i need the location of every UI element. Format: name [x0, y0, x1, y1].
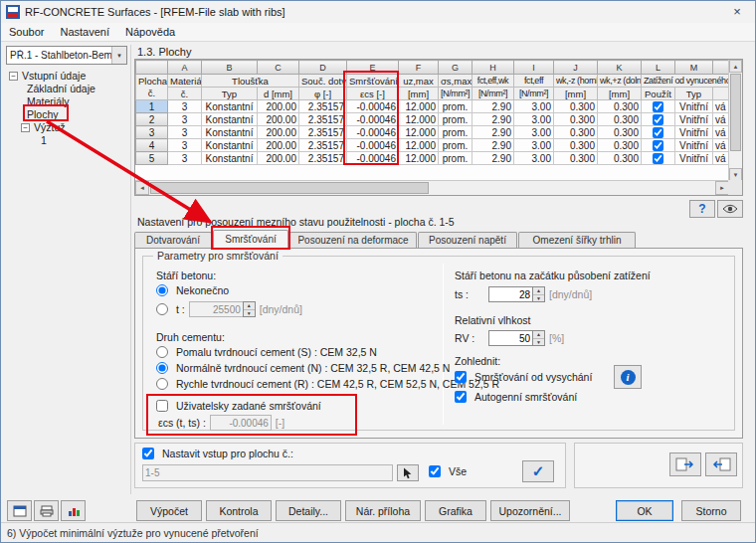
- cell-phi[interactable]: 2.35157: [299, 139, 347, 152]
- cell-uz[interactable]: 12.000: [399, 139, 439, 152]
- spin-down-icon[interactable]: ▼: [244, 310, 255, 317]
- cement-s-radio[interactable]: [156, 346, 168, 358]
- cell-eps[interactable]: -0.00046: [347, 100, 399, 113]
- cell-ftyp[interactable]: Vnitřní: [675, 152, 713, 165]
- cement-n-radio[interactable]: [156, 362, 168, 374]
- scroll-up-icon[interactable]: ▲: [729, 60, 742, 73]
- cell-fct[interactable]: 3.00: [514, 139, 554, 152]
- cell-fctwk[interactable]: 2.90: [472, 113, 514, 126]
- tree-node-plochy[interactable]: Plochy: [27, 107, 59, 121]
- cell-d[interactable]: 200.00: [258, 152, 299, 165]
- user-shrinkage-option[interactable]: Uživatelsky zadané smršťování: [156, 400, 321, 412]
- cell-sigma[interactable]: prom.: [439, 100, 472, 113]
- drying-option[interactable]: Smršťování od vysychání: [455, 371, 592, 383]
- use-checkbox[interactable]: [653, 101, 663, 112]
- drying-checkbox[interactable]: [455, 371, 467, 383]
- info-button[interactable]: i: [614, 365, 642, 389]
- spin-down-icon[interactable]: ▼: [533, 295, 544, 302]
- design-case-select[interactable]: PŘ.1 - Stahlbeton-Bemessung ▼: [6, 46, 127, 65]
- cell-d[interactable]: 200.00: [258, 100, 299, 113]
- tab-dotvarovani[interactable]: Dotvarování: [134, 232, 212, 248]
- close-button[interactable]: ×: [719, 1, 755, 22]
- cell-eps[interactable]: -0.00046: [347, 139, 399, 152]
- transfer-out-button[interactable]: [705, 452, 737, 476]
- graphic-button[interactable]: [61, 500, 86, 521]
- ts-input[interactable]: [488, 286, 532, 302]
- col-letter[interactable]: M: [675, 61, 713, 75]
- cancel-button[interactable]: Storno: [681, 500, 741, 521]
- cement-n-option[interactable]: Normálně tvrdnoucí cement (N) : CEM 32,5…: [156, 362, 450, 374]
- graphics-button[interactable]: Grafika: [425, 500, 486, 521]
- ok-button[interactable]: OK: [616, 500, 673, 521]
- cell-typ[interactable]: Konstantní: [202, 113, 258, 126]
- cell-extra[interactable]: vá: [713, 100, 729, 113]
- cell-ftyp[interactable]: Vnitřní: [675, 139, 713, 152]
- age-infinite-option[interactable]: Nekonečno: [156, 284, 229, 296]
- user-eps-input[interactable]: [210, 415, 272, 431]
- cell-use[interactable]: [642, 139, 675, 152]
- check-button[interactable]: Kontrola: [206, 500, 272, 521]
- cement-r-option[interactable]: Rychle tvrdnoucí cement (R) : CEM 42,5 R…: [156, 378, 499, 390]
- row-header[interactable]: 3: [136, 126, 168, 139]
- cell-fct[interactable]: 3.00: [514, 126, 554, 139]
- pick-surfaces-button[interactable]: [397, 464, 419, 481]
- help-button[interactable]: ?: [689, 200, 715, 218]
- vertical-scrollbar[interactable]: ▲ ▼: [728, 60, 742, 181]
- tab-posouzeni-na-deformace[interactable]: Posouzení na deformace: [289, 232, 417, 248]
- cell-eps[interactable]: -0.00046: [347, 126, 399, 139]
- cell-d[interactable]: 200.00: [258, 139, 299, 152]
- tab-omezeni-sirky-trhlin[interactable]: Omezení šířky trhlin: [518, 232, 636, 248]
- collapse-icon[interactable]: −: [9, 72, 18, 81]
- chevron-down-icon[interactable]: ▼: [111, 47, 126, 64]
- transfer-in-button[interactable]: [669, 452, 701, 476]
- col-letter[interactable]: K: [598, 61, 642, 75]
- age-t-radio[interactable]: [156, 303, 168, 315]
- col-letter[interactable]: A: [168, 61, 202, 75]
- menu-napoveda[interactable]: Nápověda: [117, 23, 183, 41]
- cell-wk2[interactable]: 0.300: [598, 100, 642, 113]
- surface-range-input[interactable]: [142, 464, 393, 481]
- tab-posouzeni-napeti[interactable]: Posouzení napětí: [418, 232, 517, 248]
- calculate-button[interactable]: Výpočet: [136, 500, 202, 521]
- cement-s-option[interactable]: Pomalu tvrdnoucí cement (S) : CEM 32,5 N: [156, 346, 377, 358]
- cell-extra[interactable]: vá: [713, 139, 729, 152]
- user-shrinkage-checkbox[interactable]: [156, 400, 168, 412]
- cell-typ[interactable]: Konstantní: [202, 139, 258, 152]
- col-letter[interactable]: J: [554, 61, 598, 75]
- row-header[interactable]: 2: [136, 113, 168, 126]
- autogenous-checkbox[interactable]: [455, 391, 467, 403]
- col-letter[interactable]: F: [399, 61, 439, 75]
- cell-d[interactable]: 200.00: [258, 113, 299, 126]
- cell-use[interactable]: [642, 126, 675, 139]
- cell-phi[interactable]: 2.35157: [299, 152, 347, 165]
- use-checkbox[interactable]: [653, 153, 663, 164]
- use-checkbox[interactable]: [653, 114, 663, 125]
- cell-uz[interactable]: 12.000: [399, 100, 439, 113]
- cell-uz[interactable]: 12.000: [399, 152, 439, 165]
- spin-up-icon[interactable]: ▲: [244, 302, 255, 310]
- cell-fct[interactable]: 3.00: [514, 152, 554, 165]
- row-header[interactable]: 1: [136, 100, 168, 113]
- cell-fctwk[interactable]: 2.90: [472, 139, 514, 152]
- cell-extra[interactable]: vá: [713, 113, 729, 126]
- menu-nastaveni[interactable]: Nastavení: [52, 23, 117, 41]
- cell-ftyp[interactable]: Vnitřní: [675, 113, 713, 126]
- row-header[interactable]: 5: [136, 152, 168, 165]
- cell-extra[interactable]: vá: [713, 152, 729, 165]
- use-checkbox[interactable]: [653, 140, 663, 151]
- cell-material[interactable]: 3: [168, 113, 202, 126]
- scroll-left-icon[interactable]: ◄: [135, 181, 149, 195]
- row-header[interactable]: 4: [136, 139, 168, 152]
- cell-sigma[interactable]: prom.: [439, 152, 472, 165]
- tree-node-materialy[interactable]: Materiály: [27, 94, 70, 108]
- cell-eps[interactable]: -0.00046: [347, 113, 399, 126]
- all-option[interactable]: Vše: [429, 465, 467, 477]
- col-letter[interactable]: B: [202, 61, 258, 75]
- cell-fct[interactable]: 3.00: [514, 113, 554, 126]
- cell-uz[interactable]: 12.000: [399, 113, 439, 126]
- cell-uz[interactable]: 12.000: [399, 126, 439, 139]
- spin-down-icon[interactable]: ▼: [533, 339, 544, 346]
- col-letter[interactable]: I: [514, 61, 554, 75]
- cell-wk1[interactable]: 0.300: [554, 139, 598, 152]
- cell-material[interactable]: 3: [168, 126, 202, 139]
